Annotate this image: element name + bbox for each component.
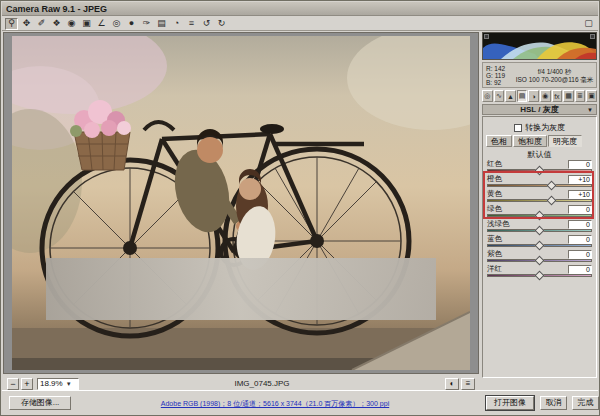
slider-value-input[interactable]: 0 bbox=[568, 265, 592, 274]
slider-track[interactable] bbox=[487, 244, 592, 247]
tab-lens-corrections[interactable]: ◉ bbox=[540, 90, 551, 102]
rgb-value: R: 142 bbox=[486, 65, 513, 72]
histogram-plot bbox=[483, 33, 596, 59]
slider-track[interactable] bbox=[487, 274, 592, 277]
slider-value-input[interactable]: 0 bbox=[568, 220, 592, 229]
tool-group: ⚲✥✐❖◉▣∠◎●✑▤◔≡↺↻ bbox=[5, 18, 228, 30]
radial-filter-tool[interactable]: ◔ bbox=[170, 18, 183, 30]
histogram[interactable] bbox=[482, 32, 597, 60]
color-sampler-tool[interactable]: ❖ bbox=[50, 18, 63, 30]
filename-label: IMG_0745.JPG bbox=[79, 379, 445, 388]
subtab-明亮度[interactable]: 明亮度 bbox=[548, 135, 582, 147]
save-image-button[interactable]: 存储图像... bbox=[9, 396, 71, 410]
shadow-clipping-icon[interactable] bbox=[484, 34, 489, 39]
slider-label: 红色 bbox=[487, 159, 502, 169]
rgb-value: G: 119 bbox=[486, 72, 513, 79]
grayscale-checkbox-label: 转换为灰度 bbox=[525, 122, 565, 133]
photo-render bbox=[12, 36, 470, 370]
slider-label: 浅绿色 bbox=[487, 219, 510, 229]
slider-value-input[interactable]: 0 bbox=[568, 205, 592, 214]
toggle-fullscreen-button[interactable]: ▢ bbox=[582, 18, 595, 30]
done-button[interactable]: 完成 bbox=[572, 396, 599, 410]
preview-menu-button[interactable]: ≡ bbox=[461, 378, 475, 390]
slider-value-input[interactable]: 0 bbox=[568, 250, 592, 259]
slider-value-input[interactable]: +10 bbox=[568, 190, 592, 199]
grayscale-checkbox-row[interactable]: 转换为灰度 bbox=[483, 122, 596, 133]
slider-row-蓝色: 蓝色0 bbox=[487, 235, 592, 250]
straighten-tool[interactable]: ∠ bbox=[95, 18, 108, 30]
panel-tab-strip: ◎∿▲▤◑◉fx▦≣▣ bbox=[482, 90, 597, 103]
white-balance-tool[interactable]: ✐ bbox=[35, 18, 48, 30]
hsl-panel-content: 转换为灰度 色相饱和度明亮度 默认值 红色0橙色+10黄色+10绿色0浅绿色0蓝… bbox=[482, 116, 597, 378]
exif-info: f/4 1/400 秒 ISO 100 70-200@116 毫米 bbox=[513, 63, 596, 87]
tab-split-toning[interactable]: ◑ bbox=[528, 90, 539, 102]
slider-row-橙色: 橙色+10 bbox=[487, 175, 592, 190]
highlight-clipping-icon[interactable] bbox=[590, 34, 595, 39]
workflow-options-link[interactable]: Adobe RGB (1998)；8 位/通道；5616 x 3744（21.0… bbox=[82, 399, 468, 409]
tab-camera-calibration[interactable]: ▦ bbox=[563, 90, 574, 102]
targeted-adjustment-tool[interactable]: ◉ bbox=[65, 18, 78, 30]
panel-menu-icon[interactable]: ▼ bbox=[587, 107, 593, 113]
zoom-tool[interactable]: ⚲ bbox=[5, 18, 18, 30]
image-preview-area[interactable] bbox=[3, 32, 479, 374]
cancel-button[interactable]: 取消 bbox=[540, 396, 567, 410]
subtab-饱和度[interactable]: 饱和度 bbox=[513, 135, 547, 147]
graduated-filter-tool[interactable]: ▤ bbox=[155, 18, 168, 30]
slider-track[interactable] bbox=[487, 229, 592, 232]
tab-effects[interactable]: fx bbox=[552, 90, 563, 102]
slider-row-绿色: 绿色0 bbox=[487, 205, 592, 220]
slider-track[interactable] bbox=[487, 259, 592, 262]
slider-value-input[interactable]: 0 bbox=[568, 160, 592, 169]
slider-track[interactable] bbox=[487, 169, 592, 172]
before-after-view-button[interactable]: ◐ bbox=[445, 378, 459, 390]
rotate-left-button[interactable]: ↺ bbox=[200, 18, 213, 30]
adjustment-brush-tool[interactable]: ✑ bbox=[140, 18, 153, 30]
tab-snapshots[interactable]: ▣ bbox=[586, 90, 597, 102]
slider-value-input[interactable]: +10 bbox=[568, 175, 592, 184]
adjustment-panel: R: 142G: 119B: 92 f/4 1/400 秒 ISO 100 70… bbox=[480, 32, 599, 392]
slider-row-黄色: 黄色+10 bbox=[487, 190, 592, 205]
tab-hsl-grayscale[interactable]: ▤ bbox=[517, 90, 528, 102]
photo[interactable] bbox=[12, 36, 470, 370]
slider-label: 洋红 bbox=[487, 264, 502, 274]
red-eye-tool[interactable]: ● bbox=[125, 18, 138, 30]
slider-track[interactable] bbox=[487, 214, 592, 217]
slider-row-浅绿色: 浅绿色0 bbox=[487, 220, 592, 235]
histogram-readout: R: 142G: 119B: 92 f/4 1/400 秒 ISO 100 70… bbox=[482, 62, 597, 88]
zoom-level-select[interactable]: 18.9% ▼ bbox=[37, 378, 79, 390]
grayscale-checkbox[interactable] bbox=[514, 124, 522, 132]
slider-track[interactable] bbox=[487, 184, 592, 187]
subtab-色相[interactable]: 色相 bbox=[486, 135, 512, 147]
slider-value-input[interactable]: 0 bbox=[568, 235, 592, 244]
tab-tone-curve[interactable]: ∿ bbox=[494, 90, 505, 102]
camera-raw-window: Camera Raw 9.1 - JPEG ⚲✥✐❖◉▣∠◎●✑▤◔≡↺↻ ▢ bbox=[0, 0, 600, 416]
tab-detail[interactable]: ▲ bbox=[505, 90, 516, 102]
window-title: Camera Raw 9.1 - JPEG bbox=[6, 4, 107, 14]
zoom-in-button[interactable]: + bbox=[21, 378, 33, 390]
slider-track[interactable] bbox=[487, 199, 592, 202]
rgb-values: R: 142G: 119B: 92 bbox=[483, 63, 513, 87]
exif-line-2: ISO 100 70-200@116 毫米 bbox=[513, 76, 596, 84]
toolbar: ⚲✥✐❖◉▣∠◎●✑▤◔≡↺↻ ▢ bbox=[2, 17, 598, 31]
preferences-button[interactable]: ≡ bbox=[185, 18, 198, 30]
watermark-overlay bbox=[46, 258, 436, 320]
slider-row-紫色: 紫色0 bbox=[487, 250, 592, 265]
hand-tool[interactable]: ✥ bbox=[20, 18, 33, 30]
rotate-right-button[interactable]: ↻ bbox=[215, 18, 228, 30]
panel-title-bar: HSL / 灰度 ▼ bbox=[482, 104, 597, 115]
slider-row-红色: 红色0 bbox=[487, 160, 592, 175]
title-bar: Camera Raw 9.1 - JPEG bbox=[2, 2, 598, 16]
slider-label: 橙色 bbox=[487, 174, 502, 184]
chevron-down-icon: ▼ bbox=[66, 381, 72, 387]
tab-presets[interactable]: ≣ bbox=[575, 90, 586, 102]
slider-label: 蓝色 bbox=[487, 234, 502, 244]
zoom-out-button[interactable]: − bbox=[7, 378, 19, 390]
exif-line-1: f/4 1/400 秒 bbox=[513, 68, 596, 76]
open-image-button[interactable]: 打开图像 bbox=[486, 396, 534, 410]
slider-label: 黄色 bbox=[487, 189, 502, 199]
tab-basic[interactable]: ◎ bbox=[482, 90, 493, 102]
footer-bar: 存储图像... Adobe RGB (1998)；8 位/通道；5616 x 3… bbox=[2, 390, 598, 414]
zoom-level-value: 18.9% bbox=[40, 379, 63, 388]
crop-tool[interactable]: ▣ bbox=[80, 18, 93, 30]
spot-removal-tool[interactable]: ◎ bbox=[110, 18, 123, 30]
